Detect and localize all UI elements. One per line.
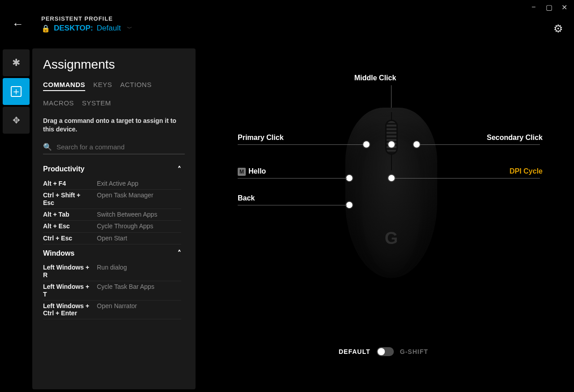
sidebar-assignments[interactable]: ＋ [3,78,30,105]
chevron-up-icon: ˄ [178,165,181,174]
command-desc: Cycle Task Bar Apps [97,283,181,298]
label-secondary-click[interactable]: Secondary Click [487,134,543,142]
tab-macros[interactable]: MACROS [43,99,74,109]
node-middle[interactable] [388,141,395,148]
search-icon: 🔍 [43,143,52,151]
scroll-wheel [387,121,396,153]
command-row[interactable]: Alt + EscCycle Through Apps [43,221,181,233]
sidebar-sensitivity[interactable]: ✥ [3,107,30,134]
command-key: Left Windows + T [43,283,92,298]
profile-name: Default [97,24,121,33]
command-desc: Open Task Manager [97,192,181,207]
settings-button[interactable]: ⚙ [553,22,563,35]
command-key: Alt + Esc [43,222,92,231]
command-row[interactable]: Ctrl + Shift + EscOpen Task Manager [43,190,181,209]
gshift-toggle[interactable] [377,347,394,356]
category-header[interactable]: Windows˄ [43,244,181,262]
maximize-button[interactable]: ▢ [545,4,552,11]
label-back[interactable]: Back [238,194,255,202]
node-secondary[interactable] [413,141,420,148]
command-key: Left Windows + R [43,264,92,279]
command-desc: Exit Active App [97,180,181,188]
profile-desktop: DESKTOP: [54,24,93,33]
command-desc: Open Start [97,235,181,243]
command-desc: Cycle Through Apps [97,222,181,231]
command-desc: Switch Between Apps [97,211,181,219]
panel-hint: Drag a command onto a target to assign i… [43,117,185,134]
command-desc: Open Narrator [97,302,181,318]
label-dpi-cycle[interactable]: DPI Cycle [509,167,543,175]
command-key: Alt + Tab [43,211,92,219]
panel-title: Assignments [43,57,185,72]
macro-badge-icon: M [238,168,246,176]
command-row[interactable]: Alt + F4Exit Active App [43,178,181,190]
label-middle-click[interactable]: Middle Click [354,74,396,82]
command-key: Ctrl + Esc [43,235,92,243]
tab-actions[interactable]: ACTIONS [120,81,152,91]
tab-system[interactable]: SYSTEM [82,99,111,109]
command-row[interactable]: Ctrl + EscOpen Start [43,233,181,245]
chevron-up-icon: ˄ [178,249,181,257]
node-hello[interactable] [346,175,352,181]
command-row[interactable]: Left Windows + RRun dialog [43,262,181,281]
label-hello[interactable]: MHello [238,167,266,176]
g-logo-icon: G [385,229,398,248]
close-button[interactable]: ✕ [561,4,568,11]
command-row[interactable]: Left Windows + TCycle Task Bar Apps [43,281,181,301]
node-back[interactable] [346,202,352,208]
lock-icon: 🔒 [41,24,50,33]
command-row[interactable]: Alt + TabSwitch Between Apps [43,209,181,221]
back-button[interactable]: ← [9,17,27,31]
mouse-body: G [345,108,437,278]
profile-selector[interactable]: 🔒 DESKTOP: Default ﹀ [41,24,132,33]
plus-icon: ＋ [11,86,22,97]
node-primary[interactable] [363,141,370,148]
tab-keys[interactable]: KEYS [93,81,112,91]
sidebar-lighting[interactable]: ✱ [3,49,30,76]
minimize-button[interactable]: − [530,4,537,11]
toggle-default-label: DEFAULT [339,348,370,355]
command-list[interactable]: Productivity˄Alt + F4Exit Active AppCtrl… [43,161,185,389]
move-icon: ✥ [13,115,20,126]
tab-commands[interactable]: COMMANDS [43,81,85,91]
category-header[interactable]: Productivity˄ [43,161,181,178]
command-row[interactable]: Left Windows + Ctrl + EnterOpen Narrator [43,301,181,320]
command-desc: Run dialog [97,264,181,279]
command-key: Ctrl + Shift + Esc [43,192,92,207]
brightness-icon: ✱ [12,57,20,69]
search-input[interactable] [57,143,185,151]
command-key: Alt + F4 [43,180,92,188]
label-primary-click[interactable]: Primary Click [238,134,283,142]
command-key: Left Windows + Ctrl + Enter [43,302,92,318]
chevron-down-icon: ﹀ [127,25,132,32]
toggle-gshift-label: G-SHIFT [400,348,428,355]
profile-label: PERSISTENT PROFILE [41,15,132,22]
node-dpi[interactable] [388,175,395,181]
